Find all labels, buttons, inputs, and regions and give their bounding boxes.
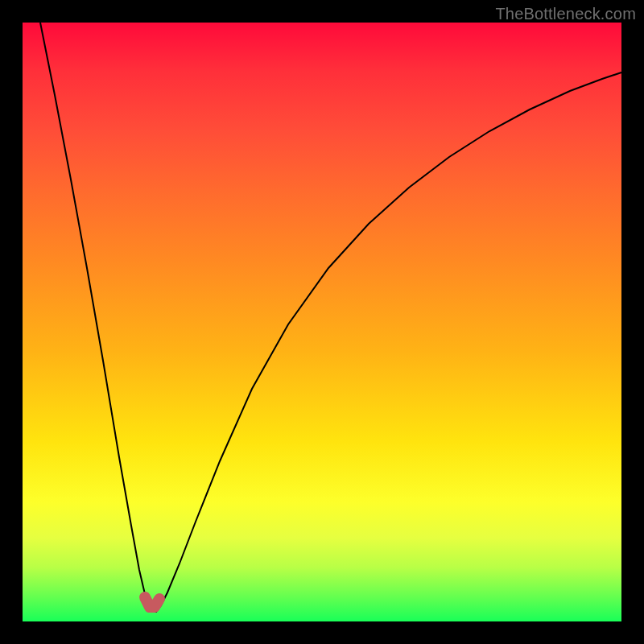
chart-frame: TheBottleneck.com: [0, 0, 644, 644]
bottleneck-curve: [40, 23, 621, 612]
curve-svg: [23, 23, 621, 621]
watermark-text: TheBottleneck.com: [495, 5, 636, 23]
valley-marker: [145, 597, 159, 607]
chart-plot-area: [23, 23, 621, 621]
